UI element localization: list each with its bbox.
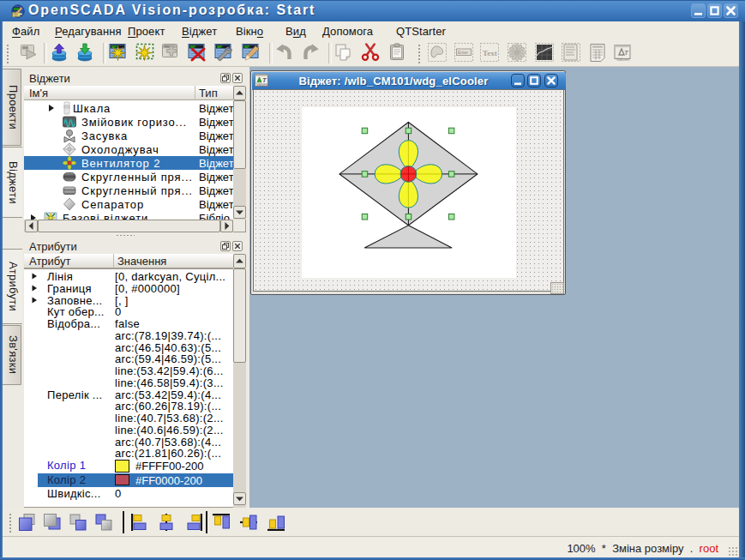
svg-text:Enter: Enter xyxy=(458,50,468,55)
svg-text:Values: Values xyxy=(616,57,629,62)
svg-text:Values: Values xyxy=(256,82,268,87)
svg-text:Text: Text xyxy=(483,49,497,57)
